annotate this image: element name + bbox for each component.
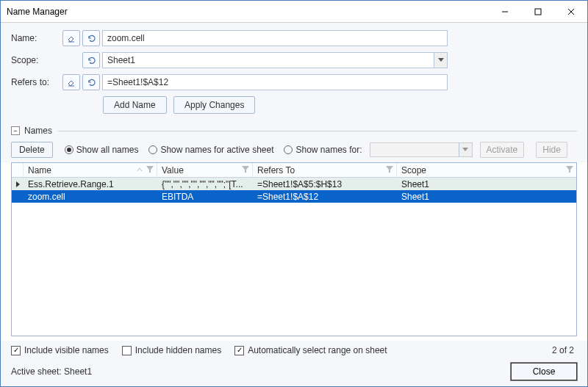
row-name: Name: <box>11 30 577 46</box>
checkbox-icon <box>122 346 132 355</box>
refers-label: Refers to: <box>11 77 62 87</box>
maximize-icon <box>534 8 542 15</box>
scope-label: Scope: <box>11 55 62 65</box>
row-scope: Scope: Sheet1 <box>11 52 577 68</box>
names-section-title: Names <box>24 126 52 136</box>
names-section-header: − Names <box>1 124 587 137</box>
cell-name: zoom.cell <box>24 192 157 202</box>
include-visible-check[interactable]: Include visible names <box>11 345 109 355</box>
radio-icon <box>284 145 293 154</box>
filter-radio-group: Show all names Show names for active she… <box>65 145 362 155</box>
checkbox-icon <box>11 346 21 355</box>
names-grid: Name Value Refers To <box>11 162 577 336</box>
col-header-value[interactable]: Value <box>157 163 253 177</box>
checkbox-icon <box>234 346 244 355</box>
eraser-icon <box>67 78 76 87</box>
filter-icon[interactable] <box>566 165 573 176</box>
name-manager-window: Name Manager Name: Scope: <box>0 0 588 387</box>
row-count-label: 2 of 2 <box>552 345 577 355</box>
cell-scope: Sheet1 <box>397 179 576 189</box>
radio-show-for[interactable]: Show names for: <box>284 145 362 155</box>
window-title: Name Manager <box>1 7 488 17</box>
maximize-button[interactable] <box>521 1 554 23</box>
radio-show-all-label: Show all names <box>76 145 139 155</box>
chevron-down-icon <box>434 53 447 68</box>
col-header-scope-label: Scope <box>401 165 426 176</box>
footer-options: Include visible names Include hidden nam… <box>1 341 587 360</box>
hide-button[interactable]: Hide <box>536 142 567 158</box>
scope-combo-value: Sheet1 <box>103 55 434 65</box>
divider <box>58 131 577 131</box>
include-hidden-check[interactable]: Include hidden names <box>122 345 221 355</box>
col-header-scope[interactable]: Scope <box>397 163 576 177</box>
form-area: Name: Scope: Sheet1 Refers to: <box>1 23 587 124</box>
include-visible-label: Include visible names <box>24 345 109 355</box>
names-toolbar: Delete Show all names Show names for act… <box>1 137 587 162</box>
filter-icon[interactable] <box>242 165 249 176</box>
eraser-icon <box>67 34 76 43</box>
cell-refers: =Sheet1!$A$5:$H$13 <box>253 179 397 189</box>
grid-body[interactable]: Ess.Retrieve.Range.1 {"","","","","","",… <box>12 178 576 336</box>
name-label: Name: <box>11 33 62 43</box>
scope-undo-button[interactable] <box>82 52 100 68</box>
refers-undo-button[interactable] <box>82 74 100 90</box>
close-button[interactable]: Close <box>511 363 577 380</box>
refers-clear-button[interactable] <box>62 74 80 90</box>
activate-button[interactable]: Activate <box>480 142 525 158</box>
table-row[interactable]: zoom.cell EBITDA =Sheet1!$A$12 Sheet1 <box>12 190 576 203</box>
radio-show-all[interactable]: Show all names <box>65 145 139 155</box>
apply-changes-button[interactable]: Apply Changes <box>173 96 255 114</box>
radio-show-active[interactable]: Show names for active sheet <box>148 145 273 155</box>
cell-refers: =Sheet1!$A$12 <box>253 192 397 202</box>
undo-icon <box>87 56 96 65</box>
close-window-button[interactable] <box>554 1 587 23</box>
chevron-down-icon <box>459 143 472 156</box>
cell-value: EBITDA <box>157 192 253 202</box>
col-header-refers[interactable]: Refers To <box>253 163 397 177</box>
cell-value: {"","","","","","","";"[T... <box>157 179 253 189</box>
col-header-value-label: Value <box>162 165 184 176</box>
refers-input[interactable] <box>102 74 448 90</box>
active-sheet-label: Active sheet: Sheet1 <box>11 366 92 377</box>
cell-scope: Sheet1 <box>397 192 576 202</box>
auto-select-label: Automatically select range on sheet <box>248 345 387 355</box>
show-for-combo[interactable] <box>370 142 473 157</box>
name-clear-button[interactable] <box>62 30 80 46</box>
undo-icon <box>87 34 96 43</box>
bottom-bar: Active sheet: Sheet1 Close <box>1 360 587 386</box>
form-buttons: Add Name Apply Changes <box>103 96 577 114</box>
delete-button[interactable]: Delete <box>11 142 53 158</box>
close-icon <box>567 8 575 15</box>
radio-icon <box>148 145 157 154</box>
auto-select-check[interactable]: Automatically select range on sheet <box>234 345 387 355</box>
svg-rect-1 <box>535 9 541 15</box>
grid-header-gutter <box>12 163 24 177</box>
filter-icon[interactable] <box>146 165 154 176</box>
scope-combo[interactable]: Sheet1 <box>102 52 448 68</box>
grid-header: Name Value Refers To <box>12 163 576 178</box>
col-header-refers-label: Refers To <box>257 165 295 176</box>
sort-asc-icon <box>136 165 143 176</box>
name-input[interactable] <box>102 30 448 46</box>
radio-show-active-label: Show names for active sheet <box>160 145 273 155</box>
collapse-toggle[interactable]: − <box>11 126 20 135</box>
radio-show-for-label: Show names for: <box>295 145 362 155</box>
row-indicator <box>12 190 24 203</box>
add-name-button[interactable]: Add Name <box>103 96 167 114</box>
col-header-name[interactable]: Name <box>24 163 157 177</box>
include-hidden-label: Include hidden names <box>135 345 221 355</box>
undo-icon <box>87 78 96 87</box>
minimize-button[interactable] <box>488 1 521 23</box>
name-undo-button[interactable] <box>82 30 100 46</box>
filter-icon[interactable] <box>386 165 393 176</box>
row-refers: Refers to: <box>11 74 577 90</box>
col-header-name-label: Name <box>28 165 51 176</box>
cell-name: Ess.Retrieve.Range.1 <box>24 179 157 189</box>
row-indicator <box>12 178 24 190</box>
radio-icon <box>65 145 74 154</box>
minimize-icon <box>501 8 509 15</box>
table-row[interactable]: Ess.Retrieve.Range.1 {"","","","","","",… <box>12 178 576 190</box>
titlebar: Name Manager <box>1 1 587 23</box>
